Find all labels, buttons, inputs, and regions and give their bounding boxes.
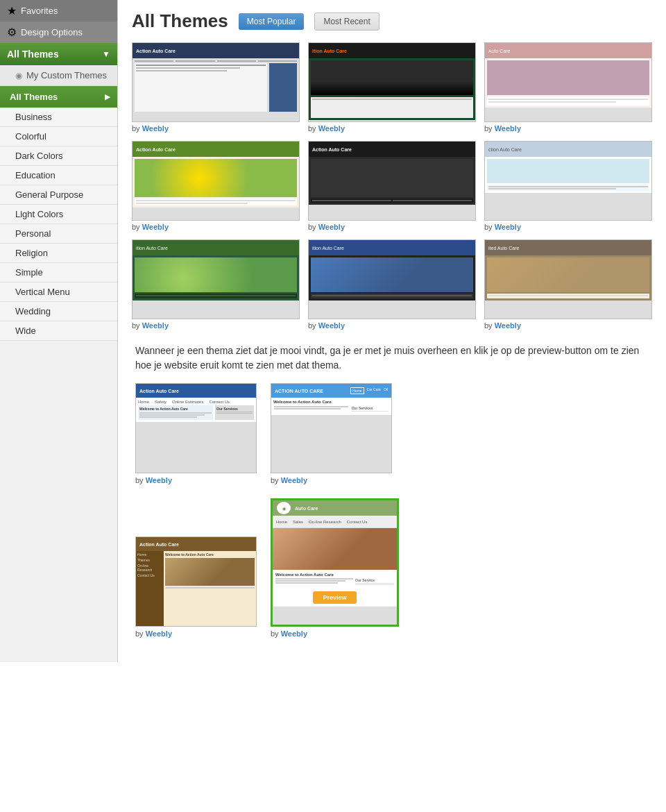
sidebar: ★ Favorites ⚙ Design Options All Themes … (0, 0, 118, 662)
sidebar-item-education[interactable]: Education (0, 166, 117, 185)
most-popular-button[interactable]: Most Popular (239, 13, 305, 30)
my-custom-themes-label: My Custom Themes (26, 70, 107, 81)
preview-section: Action Auto Care Home Safety Online Esti… (132, 383, 652, 638)
chevron-right-icon: ▶ (105, 92, 110, 101)
sidebar-item-wedding[interactable]: Wedding (0, 302, 117, 321)
sidebar-item-vertical-menu[interactable]: Vertical Menu (0, 282, 117, 302)
theme-item: ited Auto Care by Weebly (484, 239, 652, 330)
preview-thumbnail-4-highlighted[interactable]: ◉ Auto Care Home Sales On-line Research … (271, 498, 399, 627)
sidebar-item-simple[interactable]: Simple (0, 263, 117, 282)
theme-attribution: by Weebly (484, 124, 521, 133)
theme-thumbnail[interactable]: ction Auto Care (484, 141, 652, 221)
theme-thumbnail[interactable]: ited Auto Care (484, 239, 652, 319)
theme-thumbnail[interactable]: Action Auto Care (132, 141, 300, 221)
chevron-down-icon: ▼ (102, 49, 110, 59)
all-themes-sub-label: All Themes (10, 92, 58, 102)
sidebar-item-favorites[interactable]: ★ Favorites (0, 0, 117, 22)
preview-row-1: Action Auto Care Home Safety Online Esti… (135, 383, 649, 484)
sidebar-all-themes-toggle[interactable]: All Themes ▼ (0, 43, 117, 65)
theme-thumbnail[interactable]: ition Auto Care (132, 239, 300, 319)
preview-thumbnail-1[interactable]: Action Auto Care Home Safety Online Esti… (135, 383, 257, 473)
theme-thumbnail[interactable]: ition Auto Care (308, 239, 476, 319)
themes-grid: Action Auto Care (132, 42, 652, 330)
sidebar-item-personal[interactable]: Personal (0, 224, 117, 244)
theme-item: Action Auto Care (132, 42, 300, 133)
theme-item: Action Auto Care by Weebly (308, 141, 476, 231)
sidebar-item-all-themes[interactable]: All Themes ▶ (0, 86, 117, 108)
preview-thumbnail-2[interactable]: ACTION AUTO CARE Home Car Care Oil Welco… (271, 383, 392, 473)
preview-item-2: ACTION AUTO CARE Home Car Care Oil Welco… (271, 383, 392, 484)
preview-item-1: Action Auto Care Home Safety Online Esti… (135, 383, 257, 484)
most-recent-button[interactable]: Most Recent (314, 12, 379, 31)
preview-attribution-4: by Weebly (271, 629, 307, 638)
page-title: All Themes (132, 10, 228, 32)
theme-item: ction Auto Care by Weebly (484, 141, 652, 231)
theme-attribution: by Weebly (484, 321, 521, 330)
theme-attribution: by Weebly (308, 223, 345, 231)
sidebar-item-general-purpose[interactable]: General Purpose (0, 185, 117, 205)
star-icon: ★ (7, 4, 17, 17)
preview-thumbnail-3[interactable]: Action Auto Care Home Themes On-line Res… (135, 536, 257, 627)
preview-attribution-3: by Weebly (135, 629, 172, 638)
sidebar-item-colorful[interactable]: Colorful (0, 127, 117, 146)
sidebar-item-dark-colors[interactable]: Dark Colors (0, 146, 117, 166)
theme-attribution: by Weebly (132, 124, 169, 133)
sidebar-item-my-custom-themes[interactable]: ◉ My Custom Themes (0, 65, 117, 86)
theme-attribution: by Weebly (132, 223, 169, 231)
sidebar-item-design-options[interactable]: ⚙ Design Options (0, 22, 117, 43)
sidebar-item-light-colors[interactable]: Light Colors (0, 205, 117, 224)
theme-thumbnail[interactable]: Action Auto Care (132, 42, 300, 122)
theme-item: Action Auto Care by Weebly (132, 141, 300, 231)
main-header: All Themes Most Popular Most Recent (132, 10, 652, 32)
preview-row-2: Action Auto Care Home Themes On-line Res… (135, 498, 649, 638)
instruction-text: Wanneer je een thema ziet dat je mooi vi… (132, 344, 652, 373)
theme-item: ition Auto Care by Weebly (132, 239, 300, 330)
preview-attribution-1: by Weebly (135, 476, 172, 484)
preview-button[interactable]: Preview (313, 591, 356, 604)
preview-attribution-2: by Weebly (271, 476, 307, 484)
design-options-label: Design Options (21, 27, 83, 37)
custom-theme-icon: ◉ (15, 71, 22, 81)
favorites-label: Favorites (21, 6, 58, 16)
sidebar-item-religion[interactable]: Religion (0, 244, 117, 263)
preview-item-3: Action Auto Care Home Themes On-line Res… (135, 536, 257, 638)
theme-item: ition Auto Care by Weebly (308, 239, 476, 330)
main-content: All Themes Most Popular Most Recent Acti… (118, 0, 666, 662)
theme-attribution: by Weebly (308, 321, 345, 330)
theme-attribution: by Weebly (484, 223, 521, 231)
preview-item-4: ◉ Auto Care Home Sales On-line Research … (271, 498, 399, 638)
theme-attribution: by Weebly (132, 321, 169, 330)
theme-item: Auto Care by Weebly (484, 42, 652, 133)
theme-attribution: by Weebly (308, 124, 345, 133)
sidebar-item-business[interactable]: Business (0, 108, 117, 127)
theme-thumbnail[interactable]: Action Auto Care (308, 141, 476, 221)
theme-thumbnail[interactable]: ition Auto Care (308, 42, 476, 122)
theme-thumbnail[interactable]: Auto Care (484, 42, 652, 122)
gear-icon: ⚙ (7, 26, 17, 39)
all-themes-toggle-label: All Themes (7, 49, 59, 60)
sidebar-item-wide[interactable]: Wide (0, 321, 117, 341)
theme-item: ition Auto Care by Weebly (308, 42, 476, 133)
